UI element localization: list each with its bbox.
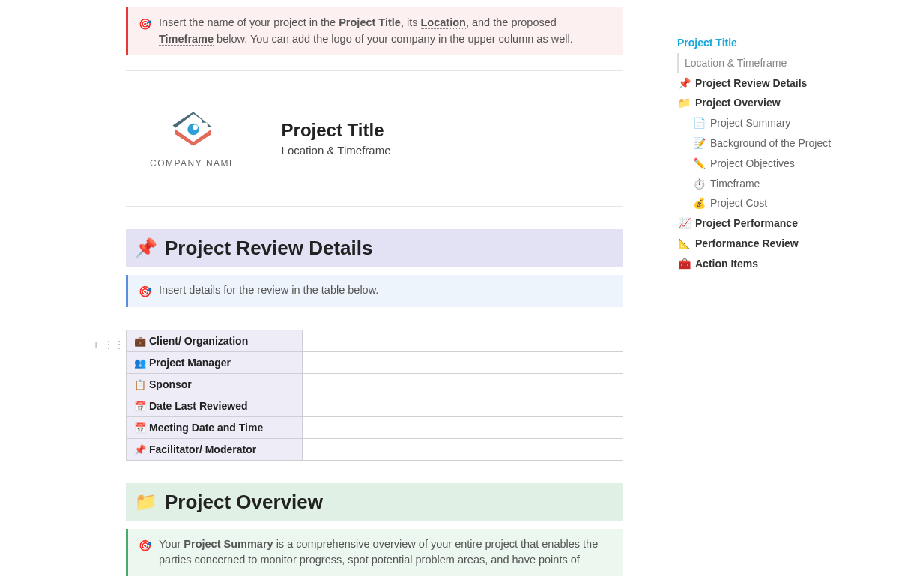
divider [126, 70, 623, 71]
cell-label: Date Last Reviewed [149, 400, 248, 412]
document-icon: 📄 [692, 117, 706, 130]
company-name: COMPANY NAME [150, 158, 237, 169]
company-logo-block: COMPANY NAME [150, 109, 237, 169]
toc-item-review-details[interactable]: 📌Project Review Details [674, 73, 884, 94]
cell-value[interactable] [303, 373, 623, 395]
toc-item-timeframe[interactable]: ⏱️Timeframe [674, 174, 884, 194]
callout-review: 🎯 Insert details for the review in the t… [126, 275, 623, 307]
briefcase-icon: 💼 [134, 336, 146, 347]
table-row: 📋Sponsor [127, 373, 623, 395]
project-header: COMPANY NAME Project Title Location & Ti… [90, 86, 659, 191]
section-title: Project Overview [165, 491, 323, 514]
ruler-icon: 📐 [677, 237, 691, 250]
project-subtitle[interactable]: Location & Timeframe [282, 144, 391, 157]
svg-point-3 [193, 124, 198, 130]
company-logo-icon [160, 109, 227, 154]
toc-item-objectives[interactable]: ✏️Project Objectives [674, 154, 884, 174]
pushpin-icon: 📌 [135, 237, 157, 258]
pushpin-icon: 📌 [134, 444, 146, 455]
target-icon: 🎯 [139, 538, 151, 554]
toc-item-performance[interactable]: 📈Project Performance [674, 213, 884, 234]
table-row: 📌Facilitator/ Moderator [127, 438, 623, 460]
memo-icon: 📝 [692, 137, 706, 150]
table-row: 📅Meeting Date and Time [127, 416, 623, 438]
table-row: 👥Project Manager [127, 351, 623, 373]
section-header-overview: 📁 Project Overview [126, 483, 623, 521]
table-of-contents: Project Title Location & Timeframe 📌Proj… [659, 0, 899, 588]
cell-label: Project Manager [149, 357, 231, 369]
chart-icon: 📈 [677, 217, 691, 230]
cell-value[interactable] [303, 351, 623, 373]
toc-item-background[interactable]: 📝Background of the Project [674, 133, 884, 154]
toc-item-project-title[interactable]: Project Title [674, 33, 884, 53]
table-row: 💼Client/ Organization [127, 330, 623, 351]
callout-overview-text: Your Project Summary is a comprehensive … [159, 536, 613, 569]
table-row: 📅Date Last Reviewed [127, 395, 623, 416]
target-icon: 🎯 [139, 284, 151, 300]
row-handles[interactable]: + ⋮⋮ [93, 339, 124, 351]
cell-value[interactable] [303, 438, 623, 460]
calendar-icon: 📅 [134, 401, 146, 412]
callout-overview: 🎯 Your Project Summary is a comprehensiv… [126, 529, 623, 577]
cell-value[interactable] [303, 416, 623, 438]
project-title[interactable]: Project Title [282, 120, 391, 141]
cell-value[interactable] [303, 395, 623, 416]
svg-point-2 [187, 123, 199, 134]
folder-icon: 📁 [677, 97, 691, 109]
callout-review-text: Insert details for the review in the tab… [159, 282, 378, 299]
cell-label: Client/ Organization [149, 335, 248, 347]
document-body: 🎯 Insert the name of your project in the… [0, 0, 659, 588]
cell-label: Meeting Date and Time [149, 422, 263, 434]
cell-value[interactable] [303, 330, 623, 351]
folder-icon: 📁 [135, 491, 157, 512]
plus-icon[interactable]: + [93, 339, 99, 351]
section-title: Project Review Details [165, 237, 372, 260]
divider [126, 206, 623, 207]
callout-top: 🎯 Insert the name of your project in the… [126, 7, 623, 55]
toolbox-icon: 🧰 [677, 258, 691, 270]
cell-label: Facilitator/ Moderator [149, 443, 256, 455]
toc-item-location[interactable]: Location & Timeframe [677, 53, 884, 73]
review-details-table: 💼Client/ Organization 👥Project Manager 📋… [126, 330, 623, 461]
target-icon: 🎯 [139, 16, 151, 32]
toc-item-summary[interactable]: 📄Project Summary [674, 113, 884, 133]
people-icon: 👥 [134, 357, 146, 369]
callout-top-text: Insert the name of your project in the P… [159, 15, 613, 48]
cell-label: Sponsor [149, 378, 192, 390]
toc-item-action-items[interactable]: 🧰Action Items [674, 254, 884, 274]
stopwatch-icon: ⏱️ [692, 178, 706, 190]
toc-item-perf-review[interactable]: 📐Performance Review [674, 234, 884, 254]
section-header-review: 📌 Project Review Details [126, 229, 623, 267]
toc-item-cost[interactable]: 💰Project Cost [674, 193, 884, 213]
calendar-icon: 📅 [134, 422, 146, 434]
pencil-icon: ✏️ [692, 157, 706, 170]
toc-item-overview[interactable]: 📁Project Overview [674, 93, 884, 113]
clipboard-icon: 📋 [134, 379, 146, 390]
moneybag-icon: 💰 [692, 197, 706, 210]
pushpin-icon: 📌 [677, 77, 691, 90]
drag-handle-icon[interactable]: ⋮⋮ [103, 339, 124, 351]
